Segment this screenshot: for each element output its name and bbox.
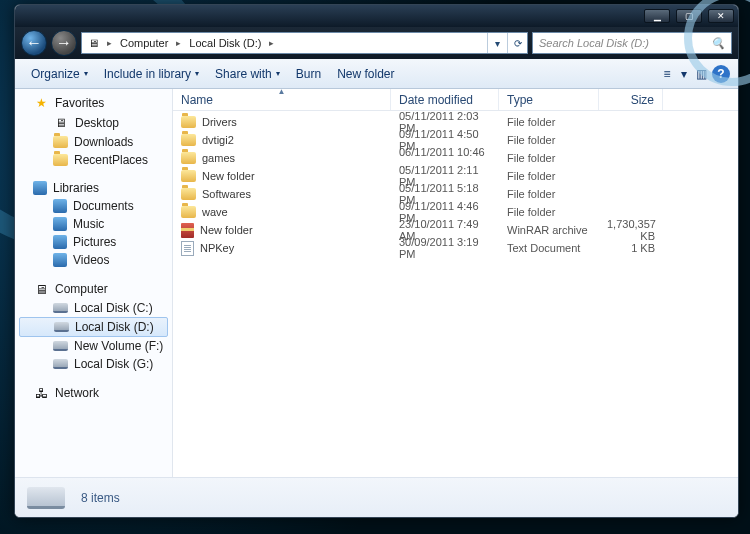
- share-label: Share with: [215, 67, 272, 81]
- file-type: File folder: [499, 188, 599, 200]
- libraries-header[interactable]: Libraries: [15, 179, 172, 197]
- computer-header[interactable]: 🖥Computer: [15, 279, 172, 299]
- sidebar-item-label: Desktop: [75, 116, 119, 130]
- breadcrumb[interactable]: Computer: [114, 33, 174, 53]
- drive-icon: [54, 322, 69, 332]
- file-type: File folder: [499, 116, 599, 128]
- sidebar-item-label: Documents: [73, 199, 134, 213]
- chevron-right-icon: ▸: [105, 38, 114, 48]
- sidebar-item-drive-d[interactable]: Local Disk (D:): [19, 317, 168, 337]
- file-name: wave: [202, 206, 228, 218]
- file-name: dvtigi2: [202, 134, 234, 146]
- sidebar-item-videos[interactable]: Videos: [15, 251, 172, 269]
- library-icon: [53, 199, 67, 213]
- search-icon: 🔍: [711, 37, 725, 50]
- close-button[interactable]: ✕: [708, 9, 734, 23]
- chevron-down-icon: ▾: [84, 69, 88, 78]
- sidebar-item-music[interactable]: Music: [15, 215, 172, 233]
- search-placeholder: Search Local Disk (D:): [539, 37, 649, 49]
- breadcrumb[interactable]: Local Disk (D:): [183, 33, 267, 53]
- chevron-right-icon: ▸: [174, 38, 183, 48]
- computer-label: Computer: [55, 282, 108, 296]
- sidebar-item-pictures[interactable]: Pictures: [15, 233, 172, 251]
- libraries-icon: [33, 181, 47, 195]
- column-size[interactable]: Size: [599, 89, 663, 110]
- sidebar-item-drive-f[interactable]: New Volume (F:): [15, 337, 172, 355]
- sidebar-item-downloads[interactable]: Downloads: [15, 133, 172, 151]
- forward-button[interactable]: →: [51, 30, 77, 56]
- rar-icon: [181, 223, 194, 238]
- folder-icon: [181, 206, 196, 218]
- column-date[interactable]: Date modified: [391, 89, 499, 110]
- address-bar[interactable]: 🖥 ▸ Computer ▸ Local Disk (D:) ▸ ▾ ⟳: [81, 32, 528, 54]
- body: ★Favorites 🖥Desktop Downloads RecentPlac…: [15, 89, 738, 477]
- star-icon: ★: [33, 95, 49, 111]
- sidebar-item-label: New Volume (F:): [74, 339, 163, 353]
- file-type: Text Document: [499, 242, 599, 254]
- maximize-button[interactable]: ▢: [676, 9, 702, 23]
- minimize-button[interactable]: ▁: [644, 9, 670, 23]
- sidebar-item-drive-g[interactable]: Local Disk (G:): [15, 355, 172, 373]
- organize-button[interactable]: Organize▾: [23, 59, 96, 88]
- folder-icon: [181, 116, 196, 128]
- folder-icon: [53, 154, 68, 166]
- search-input[interactable]: Search Local Disk (D:) 🔍: [532, 32, 732, 54]
- folder-icon: [181, 152, 196, 164]
- file-name: games: [202, 152, 235, 164]
- sidebar-item-drive-c[interactable]: Local Disk (C:): [15, 299, 172, 317]
- burn-button[interactable]: Burn: [288, 59, 329, 88]
- file-name: New folder: [200, 224, 253, 236]
- titlebar: ▁ ▢ ✕: [15, 5, 738, 27]
- drive-icon: [27, 487, 65, 509]
- folder-icon: [181, 188, 196, 200]
- column-name[interactable]: Name: [173, 89, 391, 110]
- include-label: Include in library: [104, 67, 191, 81]
- file-list: Drivers05/11/2011 2:03 PMFile folderdvti…: [173, 111, 738, 477]
- favorites-header[interactable]: ★Favorites: [15, 93, 172, 113]
- sidebar-item-label: Pictures: [73, 235, 116, 249]
- drive-icon: [53, 303, 68, 313]
- sidebar-item-label: Downloads: [74, 135, 133, 149]
- sidebar-item-label: Local Disk (C:): [74, 301, 153, 315]
- share-with-button[interactable]: Share with▾: [207, 59, 288, 88]
- sidebar-item-desktop[interactable]: 🖥Desktop: [15, 113, 172, 133]
- nav-bar: ← → 🖥 ▸ Computer ▸ Local Disk (D:) ▸ ▾ ⟳…: [15, 27, 738, 59]
- new-folder-button[interactable]: New folder: [329, 59, 402, 88]
- view-dropdown-button[interactable]: ▾: [678, 63, 690, 85]
- file-name: Softwares: [202, 188, 251, 200]
- back-button[interactable]: ←: [21, 30, 47, 56]
- address-dropdown-button[interactable]: ▾: [487, 33, 507, 53]
- folder-icon: [181, 170, 196, 182]
- address-tail: ▾ ⟳: [487, 33, 527, 53]
- view-options-button[interactable]: ≡: [656, 63, 678, 85]
- help-button[interactable]: ?: [712, 65, 730, 83]
- navigation-pane: ★Favorites 🖥Desktop Downloads RecentPlac…: [15, 89, 173, 477]
- file-name: New folder: [202, 170, 255, 182]
- chevron-down-icon: ▾: [195, 69, 199, 78]
- library-icon: [53, 253, 67, 267]
- library-icon: [53, 235, 67, 249]
- table-row[interactable]: NPKey30/09/2011 3:19 PMText Document1 KB: [173, 239, 738, 257]
- column-type[interactable]: Type: [499, 89, 599, 110]
- content-pane: Name Date modified Type Size Drivers05/1…: [173, 89, 738, 477]
- include-in-library-button[interactable]: Include in library▾: [96, 59, 207, 88]
- sidebar-item-label: Videos: [73, 253, 109, 267]
- network-label: Network: [55, 386, 99, 400]
- file-size: 1,730,357 KB: [599, 218, 663, 242]
- sidebar-item-label: Local Disk (G:): [74, 357, 153, 371]
- toolbar: Organize▾ Include in library▾ Share with…: [15, 59, 738, 89]
- refresh-button[interactable]: ⟳: [507, 33, 527, 53]
- organize-label: Organize: [31, 67, 80, 81]
- sidebar-item-recentplaces[interactable]: RecentPlaces: [15, 151, 172, 169]
- network-header[interactable]: 🖧Network: [15, 383, 172, 403]
- network-icon: 🖧: [33, 385, 49, 401]
- sidebar-item-label: Local Disk (D:): [75, 320, 154, 334]
- sidebar-item-documents[interactable]: Documents: [15, 197, 172, 215]
- folder-icon: [181, 134, 196, 146]
- computer-icon: 🖥: [33, 281, 49, 297]
- file-type: File folder: [499, 170, 599, 182]
- preview-pane-button[interactable]: ▥: [690, 63, 712, 85]
- library-icon: [53, 217, 67, 231]
- file-type: WinRAR archive: [499, 224, 599, 236]
- file-name: Drivers: [202, 116, 237, 128]
